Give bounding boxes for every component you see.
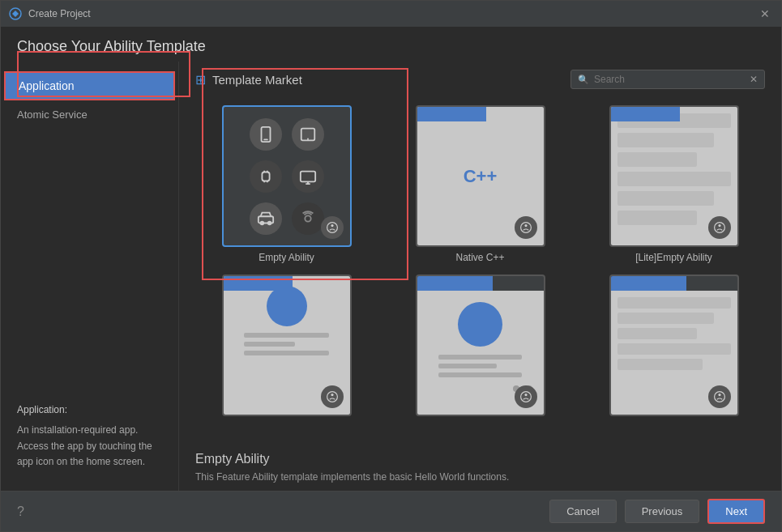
cancel-button[interactable]: Cancel bbox=[549, 500, 616, 523]
titlebar: Create Project ✕ bbox=[1, 1, 781, 27]
bottom-icon-empty bbox=[321, 216, 344, 239]
bottom-icon-cpp bbox=[515, 216, 537, 239]
phone1-top-stripe bbox=[224, 276, 293, 291]
search-box[interactable]: 🔍 ✕ bbox=[570, 70, 765, 89]
selected-template-desc: This Feature Ability template implements… bbox=[195, 471, 765, 483]
sidebar: Application Atomic Service Application: … bbox=[1, 62, 179, 491]
sidebar-application-label: Application bbox=[19, 79, 75, 92]
phone2-top-stripe bbox=[417, 276, 494, 291]
template-thumb-empty-ability bbox=[222, 105, 352, 247]
app-description: Application: An installation-required ap… bbox=[1, 389, 178, 483]
template-card-row2-3[interactable] bbox=[583, 275, 765, 416]
selected-template-name: Empty Ability bbox=[195, 452, 765, 466]
list-row-2 bbox=[617, 133, 714, 147]
cpp-text: C++ bbox=[464, 166, 498, 187]
main-header: ⊞ Template Market 🔍 ✕ bbox=[179, 62, 781, 97]
lr3 bbox=[617, 328, 697, 339]
svg-rect-2 bbox=[263, 138, 268, 140]
svg-point-21 bbox=[714, 223, 724, 233]
svg-point-28 bbox=[718, 394, 720, 396]
template-thumb-lite-empty bbox=[609, 105, 739, 247]
template-market-label: ⊞ Template Market bbox=[195, 72, 302, 87]
template-card-row2-2[interactable] bbox=[389, 275, 571, 416]
bottom-icon-lite bbox=[708, 216, 731, 239]
svg-point-15 bbox=[267, 221, 271, 224]
template-thumb-native-cpp: C++ bbox=[416, 105, 545, 247]
close-button[interactable]: ✕ bbox=[757, 7, 773, 20]
main-area: ⊞ Template Market 🔍 ✕ bbox=[179, 62, 781, 491]
desc-title: Application: bbox=[17, 402, 162, 418]
svg-point-23 bbox=[327, 392, 337, 402]
svg-rect-10 bbox=[300, 171, 314, 181]
template-thumb-row2-2 bbox=[416, 275, 545, 416]
search-input[interactable] bbox=[594, 74, 745, 85]
main-window: Create Project ✕ Choose Your Ability Tem… bbox=[0, 0, 782, 532]
svg-point-17 bbox=[327, 223, 337, 233]
template-label-lite-empty: [Lite]Empty Ability bbox=[635, 252, 712, 263]
template-label-empty-ability: Empty Ability bbox=[259, 252, 314, 263]
template-card-lite-empty[interactable]: [Lite]Empty Ability bbox=[583, 105, 765, 263]
footer: ? Cancel Previous Next bbox=[1, 491, 781, 531]
phone2-circle bbox=[458, 302, 502, 347]
selected-template-info: Empty Ability This Feature Ability templ… bbox=[179, 452, 781, 491]
svg-point-26 bbox=[524, 394, 527, 396]
car-icon bbox=[250, 202, 282, 235]
svg-point-24 bbox=[331, 394, 333, 396]
template-card-row2-1[interactable] bbox=[195, 275, 378, 416]
svg-point-25 bbox=[520, 392, 531, 402]
sidebar-item-atomic-service[interactable]: Atomic Service bbox=[1, 102, 178, 127]
sidebar-item-application[interactable]: Application bbox=[4, 71, 175, 100]
svg-point-18 bbox=[331, 224, 333, 227]
search-clear-icon[interactable]: ✕ bbox=[750, 74, 758, 85]
bottom-icon-r2-1 bbox=[321, 385, 344, 408]
svg-point-22 bbox=[718, 224, 720, 227]
list-row-6 bbox=[617, 211, 697, 225]
bottom-icon-r2-3 bbox=[708, 385, 731, 408]
svg-point-19 bbox=[520, 223, 531, 233]
line-a bbox=[438, 355, 521, 360]
svg-rect-5 bbox=[262, 172, 269, 181]
titlebar-left: Create Project bbox=[9, 7, 91, 20]
lr2 bbox=[617, 313, 714, 324]
list-row-3 bbox=[617, 152, 697, 167]
router-icon bbox=[292, 202, 324, 235]
watch-icon bbox=[250, 160, 282, 193]
tv-icon bbox=[292, 160, 324, 193]
sidebar-atomic-label: Atomic Service bbox=[17, 109, 88, 121]
previous-button[interactable]: Previous bbox=[625, 500, 700, 523]
lr1 bbox=[617, 297, 731, 309]
search-icon: 🔍 bbox=[578, 74, 589, 85]
content-area: Application Atomic Service Application: … bbox=[1, 62, 781, 491]
template-card-native-cpp[interactable]: C++ Native C++ bbox=[389, 105, 571, 263]
desc-text: An installation-required app.Access the … bbox=[17, 423, 162, 470]
page-title: Choose Your Ability Template bbox=[1, 27, 781, 62]
svg-point-14 bbox=[260, 221, 263, 224]
template-label-native-cpp: Native C++ bbox=[455, 252, 504, 263]
line-c bbox=[438, 372, 521, 377]
svg-point-27 bbox=[714, 392, 724, 402]
phone-icon bbox=[250, 118, 282, 151]
next-button[interactable]: Next bbox=[707, 499, 765, 524]
lr5 bbox=[617, 359, 703, 370]
cpp-top-stripe bbox=[417, 107, 487, 121]
templates-grid: Empty Ability C++ bbox=[179, 97, 781, 452]
line-2 bbox=[244, 342, 295, 347]
list2-stripe bbox=[611, 276, 687, 291]
lite-top-stripe bbox=[611, 107, 681, 121]
phone2-lines bbox=[438, 355, 521, 377]
bottom-icon-r2-2 bbox=[515, 385, 537, 408]
line-3 bbox=[244, 351, 330, 355]
lr4 bbox=[617, 343, 731, 355]
help-icon[interactable]: ? bbox=[17, 504, 24, 519]
window-title: Create Project bbox=[28, 8, 91, 19]
list-row-5 bbox=[617, 191, 714, 206]
template-market-text: Template Market bbox=[212, 73, 302, 87]
phone1-circle bbox=[267, 286, 307, 326]
app-icon bbox=[9, 7, 22, 20]
phone1-lines bbox=[244, 333, 330, 355]
template-thumb-row2-3 bbox=[609, 275, 739, 416]
svg-point-20 bbox=[524, 224, 527, 227]
template-card-empty-ability[interactable]: Empty Ability bbox=[195, 105, 378, 263]
line-1 bbox=[244, 333, 330, 338]
svg-point-16 bbox=[305, 215, 310, 221]
